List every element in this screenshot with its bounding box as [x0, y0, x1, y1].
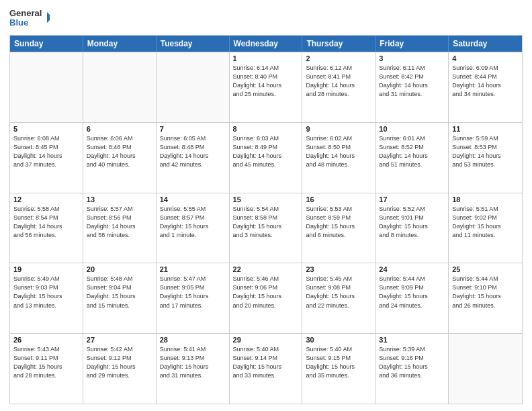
cell-day-info: Sunrise: 5:51 AMSunset: 9:02 PMDaylight:… — [452, 205, 519, 240]
cell-day-number: 5 — [13, 125, 79, 133]
cell-day-info: Sunrise: 5:52 AMSunset: 9:01 PMDaylight:… — [379, 205, 445, 240]
calendar: SundayMondayTuesdayWednesdayThursdayFrid… — [9, 35, 523, 404]
table-row: 19Sunrise: 5:49 AMSunset: 9:03 PMDayligh… — [10, 263, 83, 333]
cell-day-info: Sunrise: 5:40 AMSunset: 9:14 PMDaylight:… — [233, 345, 299, 380]
cell-day-number: 19 — [13, 265, 79, 273]
cell-day-info: Sunrise: 6:03 AMSunset: 8:49 PMDaylight:… — [233, 134, 299, 169]
cell-day-info: Sunrise: 5:42 AMSunset: 9:12 PMDaylight:… — [87, 345, 152, 380]
cell-day-info: Sunrise: 5:48 AMSunset: 9:04 PMDaylight:… — [87, 275, 152, 310]
cell-day-number: 30 — [306, 336, 371, 344]
table-row: 21Sunrise: 5:47 AMSunset: 9:05 PMDayligh… — [157, 263, 230, 333]
cell-day-info: Sunrise: 5:59 AMSunset: 8:53 PMDaylight:… — [452, 134, 519, 169]
table-row: 31Sunrise: 5:39 AMSunset: 9:16 PMDayligh… — [375, 334, 449, 404]
table-row — [157, 52, 230, 122]
header-day-thursday: Thursday — [302, 36, 375, 52]
cell-day-info: Sunrise: 5:44 AMSunset: 9:10 PMDaylight:… — [452, 275, 519, 310]
table-row: 3Sunrise: 6:11 AMSunset: 8:42 PMDaylight… — [375, 52, 449, 122]
table-row: 16Sunrise: 5:53 AMSunset: 8:59 PMDayligh… — [302, 193, 375, 263]
cell-day-number: 17 — [379, 195, 445, 203]
cell-day-info: Sunrise: 6:14 AMSunset: 8:40 PMDaylight:… — [233, 64, 299, 99]
page: General Blue SundayMondayTuesdayWednesda… — [0, 0, 532, 411]
table-row: 2Sunrise: 6:12 AMSunset: 8:41 PMDaylight… — [302, 52, 375, 122]
calendar-body: 1Sunrise: 6:14 AMSunset: 8:40 PMDaylight… — [10, 52, 522, 404]
cell-day-number: 11 — [452, 125, 519, 133]
cell-day-number: 14 — [160, 195, 226, 203]
table-row — [449, 334, 522, 404]
cell-day-number: 23 — [306, 265, 371, 273]
cell-day-info: Sunrise: 6:11 AMSunset: 8:42 PMDaylight:… — [379, 64, 445, 99]
cell-day-info: Sunrise: 5:46 AMSunset: 9:06 PMDaylight:… — [233, 275, 299, 310]
logo: General Blue — [9, 7, 50, 31]
cell-day-info: Sunrise: 5:55 AMSunset: 8:57 PMDaylight:… — [160, 205, 226, 240]
cell-day-number: 22 — [233, 265, 299, 273]
calendar-week-1: 5Sunrise: 6:08 AMSunset: 8:45 PMDaylight… — [10, 122, 522, 193]
cell-day-info: Sunrise: 6:02 AMSunset: 8:50 PMDaylight:… — [306, 134, 371, 169]
cell-day-info: Sunrise: 5:41 AMSunset: 9:13 PMDaylight:… — [160, 345, 226, 380]
svg-text:General: General — [9, 8, 42, 18]
cell-day-number: 20 — [87, 265, 152, 273]
cell-day-number: 3 — [379, 54, 445, 62]
cell-day-info: Sunrise: 5:58 AMSunset: 8:54 PMDaylight:… — [13, 205, 79, 240]
header-day-friday: Friday — [375, 36, 449, 52]
cell-day-number: 8 — [233, 125, 299, 133]
table-row: 14Sunrise: 5:55 AMSunset: 8:57 PMDayligh… — [157, 193, 230, 263]
cell-day-info: Sunrise: 5:43 AMSunset: 9:11 PMDaylight:… — [13, 345, 79, 380]
table-row: 4Sunrise: 6:09 AMSunset: 8:44 PMDaylight… — [449, 52, 522, 122]
table-row: 28Sunrise: 5:41 AMSunset: 9:13 PMDayligh… — [157, 334, 230, 404]
cell-day-number: 21 — [160, 265, 226, 273]
cell-day-number: 27 — [87, 336, 152, 344]
table-row — [10, 52, 83, 122]
cell-day-number: 13 — [87, 195, 152, 203]
cell-day-info: Sunrise: 6:12 AMSunset: 8:41 PMDaylight:… — [306, 64, 371, 99]
cell-day-info: Sunrise: 6:06 AMSunset: 8:46 PMDaylight:… — [87, 134, 152, 169]
table-row: 24Sunrise: 5:44 AMSunset: 9:09 PMDayligh… — [375, 263, 449, 333]
header-day-tuesday: Tuesday — [157, 36, 230, 52]
header: General Blue — [9, 7, 523, 31]
cell-day-number: 2 — [306, 54, 371, 62]
header-day-saturday: Saturday — [449, 36, 522, 52]
table-row: 10Sunrise: 6:01 AMSunset: 8:52 PMDayligh… — [375, 123, 449, 193]
table-row: 27Sunrise: 5:42 AMSunset: 9:12 PMDayligh… — [83, 334, 157, 404]
cell-day-number: 12 — [13, 195, 79, 203]
cell-day-number: 29 — [233, 336, 299, 344]
table-row: 11Sunrise: 5:59 AMSunset: 8:53 PMDayligh… — [449, 123, 522, 193]
cell-day-number: 7 — [160, 125, 226, 133]
cell-day-info: Sunrise: 6:05 AMSunset: 8:48 PMDaylight:… — [160, 134, 226, 169]
calendar-week-4: 26Sunrise: 5:43 AMSunset: 9:11 PMDayligh… — [10, 333, 522, 404]
cell-day-number: 15 — [233, 195, 299, 203]
table-row: 5Sunrise: 6:08 AMSunset: 8:45 PMDaylight… — [10, 123, 83, 193]
table-row: 9Sunrise: 6:02 AMSunset: 8:50 PMDaylight… — [302, 123, 375, 193]
cell-day-number: 6 — [87, 125, 152, 133]
svg-marker-2 — [47, 12, 50, 23]
calendar-week-0: 1Sunrise: 6:14 AMSunset: 8:40 PMDaylight… — [10, 52, 522, 122]
cell-day-info: Sunrise: 5:40 AMSunset: 9:15 PMDaylight:… — [306, 345, 371, 380]
cell-day-info: Sunrise: 5:44 AMSunset: 9:09 PMDaylight:… — [379, 275, 445, 310]
cell-day-info: Sunrise: 6:01 AMSunset: 8:52 PMDaylight:… — [379, 134, 445, 169]
table-row: 22Sunrise: 5:46 AMSunset: 9:06 PMDayligh… — [230, 263, 303, 333]
logo-svg: General Blue — [9, 7, 50, 31]
table-row — [83, 52, 157, 122]
table-row: 7Sunrise: 6:05 AMSunset: 8:48 PMDaylight… — [157, 123, 230, 193]
cell-day-number: 31 — [379, 336, 445, 344]
table-row: 25Sunrise: 5:44 AMSunset: 9:10 PMDayligh… — [449, 263, 522, 333]
header-day-monday: Monday — [83, 36, 157, 52]
table-row: 1Sunrise: 6:14 AMSunset: 8:40 PMDaylight… — [230, 52, 303, 122]
cell-day-info: Sunrise: 5:47 AMSunset: 9:05 PMDaylight:… — [160, 275, 226, 310]
calendar-week-3: 19Sunrise: 5:49 AMSunset: 9:03 PMDayligh… — [10, 263, 522, 333]
cell-day-info: Sunrise: 5:54 AMSunset: 8:58 PMDaylight:… — [233, 205, 299, 240]
table-row: 15Sunrise: 5:54 AMSunset: 8:58 PMDayligh… — [230, 193, 303, 263]
cell-day-number: 24 — [379, 265, 445, 273]
cell-day-number: 18 — [452, 195, 519, 203]
calendar-header-row: SundayMondayTuesdayWednesdayThursdayFrid… — [10, 36, 522, 52]
table-row: 8Sunrise: 6:03 AMSunset: 8:49 PMDaylight… — [230, 123, 303, 193]
table-row: 17Sunrise: 5:52 AMSunset: 9:01 PMDayligh… — [375, 193, 449, 263]
table-row: 12Sunrise: 5:58 AMSunset: 8:54 PMDayligh… — [10, 193, 83, 263]
table-row: 20Sunrise: 5:48 AMSunset: 9:04 PMDayligh… — [83, 263, 157, 333]
cell-day-info: Sunrise: 5:49 AMSunset: 9:03 PMDaylight:… — [13, 275, 79, 310]
cell-day-info: Sunrise: 5:45 AMSunset: 9:08 PMDaylight:… — [306, 275, 371, 310]
cell-day-info: Sunrise: 5:57 AMSunset: 8:56 PMDaylight:… — [87, 205, 152, 240]
cell-day-number: 10 — [379, 125, 445, 133]
table-row: 23Sunrise: 5:45 AMSunset: 9:08 PMDayligh… — [302, 263, 375, 333]
table-row: 13Sunrise: 5:57 AMSunset: 8:56 PMDayligh… — [83, 193, 157, 263]
cell-day-number: 16 — [306, 195, 371, 203]
